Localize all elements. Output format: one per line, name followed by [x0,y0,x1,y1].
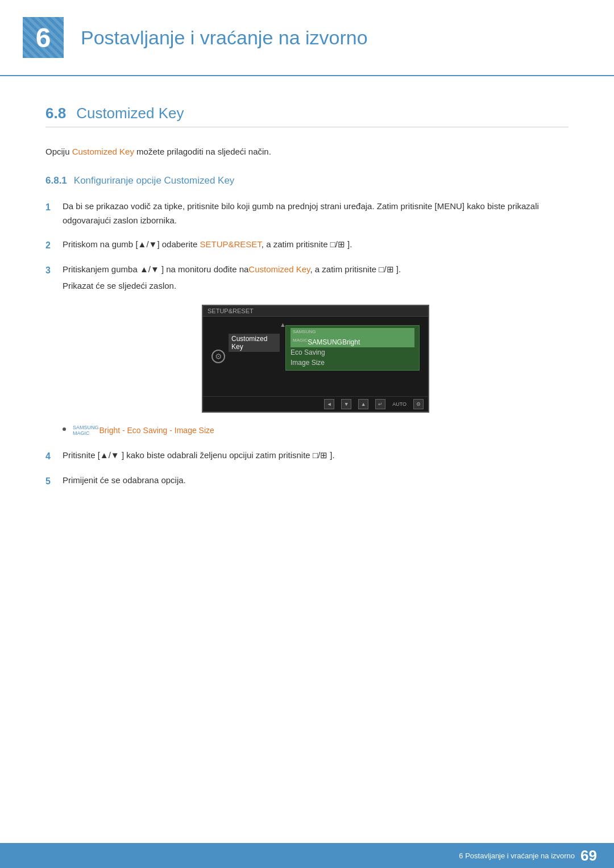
step-5-number: 5 [45,473,63,489]
menu-customized-key: Customized Key [229,334,280,352]
step-5: 5 Primijenit će se odabrana opcija. [45,473,569,489]
nav-btn-up: ▲ [358,399,368,409]
subsection-heading: 6.8.1 Konfiguriranje opcije Customized K… [45,175,569,186]
page-wrapper: 6 Postavljanje i vraćanje na izvorno 6.8… [0,0,614,868]
step-2-number: 2 [45,237,63,253]
chapter-title: Postavljanje i vraćanje na izvorno [81,27,368,49]
nav-btn-left: ◄ [324,399,334,409]
submenu-item-2: Image Size [291,358,414,368]
bullet-content: SAMSUNG MAGIC Bright - Eco Saving - Imag… [73,424,214,437]
chapter-number: 6 [36,22,51,53]
section-heading: 6.8 Customized Key [45,105,569,127]
step-3-subtext: Prikazat će se sljedeći zaslon. [63,279,569,293]
chapter-header: 6 Postavljanje i vraćanje na izvorno [0,0,614,76]
monitor-bottom-bar: ◄ ▼ ▲ ↵ AUTO ⚙ [203,396,428,412]
step-4: 4 Pritisnite [▲/▼ ] kako biste odabrali … [45,448,569,464]
submenu-item-1: Eco Saving [291,347,414,358]
gear-icon-container: ⚙ [211,350,225,363]
scroll-up-indicator: ▲ [280,321,286,328]
step-3: 3 Pritiskanjem gumba ▲/▼ ] na monitoru d… [45,262,569,293]
intro-text-before: Opciju [45,147,72,156]
nav-btn-auto: AUTO [392,401,406,407]
step-1: 1 Da bi se prikazao vodič za tipke, prit… [45,199,569,228]
section-number: 6.8 [45,105,66,122]
submenu-box: SAMSUNGMAGICSAMSUNGBright Eco Saving Ima… [285,325,420,371]
step-2-before: Pritiskom na gumb [▲/▼] odaberite [63,239,200,249]
samsung-label-bottom: MAGIC [73,431,99,437]
step-2-text: Pritiskom na gumb [▲/▼] odaberite SETUP&… [63,237,569,252]
nav-btn-enter: ↵ [375,399,385,409]
step-3-before: Pritiskanjem gumba ▲/▼ ] na monitoru dođ… [63,264,248,274]
page-footer: 6 Postavljanje i vraćanje na izvorno 69 [0,843,614,868]
step-3-highlight: Customized Key [248,264,310,274]
step-2: 2 Pritiskom na gumb [▲/▼] odaberite SETU… [45,237,569,253]
samsung-magic-label: SAMSUNG MAGIC [73,425,99,437]
steps-list-2: 4 Pritisnite [▲/▼ ] kako biste odabrali … [45,448,569,489]
steps-list: 1 Da bi se prikazao vodič za tipke, prit… [45,199,569,293]
intro-paragraph: Opciju Customized Key možete prilagoditi… [45,144,569,159]
content-area: 6.8 Customized Key Opciju Customized Key… [0,105,614,546]
bullet-text: Bright - Eco Saving - Image Size [99,426,214,435]
intro-highlight: Customized Key [72,147,134,156]
step-2-after: , a zatim pritisnite □/⊞ ]. [262,239,352,249]
step-1-text: Da bi se prikazao vodič za tipke, pritis… [63,199,569,228]
step-3-after: , a zatim pritisnite □/⊞ ]. [310,264,401,274]
bullet-dot [63,427,66,431]
chapter-number-box: 6 [23,17,64,58]
step-1-number: 1 [45,199,63,215]
footer-page-number: 69 [580,847,597,865]
step-3-number: 3 [45,262,63,278]
submenu-item-0: SAMSUNGMAGICSAMSUNGBright [291,328,414,347]
intro-text-after: možete prilagoditi na sljedeći način. [134,147,271,156]
monitor-container: SETUP&RESET ▲ Customized Key ⚙ [63,305,569,413]
monitor-content: ▲ Customized Key ⚙ SAMSUNGMAGIC [203,317,428,396]
bullet-list: SAMSUNG MAGIC Bright - Eco Saving - Imag… [63,424,569,437]
step-2-highlight: SETUP&RESET [200,239,261,249]
subsection-title: Konfiguriranje opcije Customized Key [74,175,235,186]
nav-btn-down: ▼ [341,399,351,409]
nav-btn-settings: ⚙ [413,399,424,409]
subsection-number: 6.8.1 [45,175,67,186]
monitor-right-submenu: SAMSUNGMAGICSAMSUNGBright Eco Saving Ima… [283,322,422,391]
bullet-item-1: SAMSUNG MAGIC Bright - Eco Saving - Imag… [63,424,569,437]
step-4-text: Pritisnite [▲/▼ ] kako biste odabrali že… [63,448,569,463]
step-3-text: Pritiskanjem gumba ▲/▼ ] na monitoru dođ… [63,262,569,293]
step-5-text: Primijenit će se odabrana opcija. [63,473,569,488]
step-4-number: 4 [45,448,63,464]
footer-chapter-label: 6 Postavljanje i vraćanje na izvorno [459,852,575,860]
monitor-titlebar: SETUP&RESET [203,306,428,317]
gear-icon: ⚙ [211,350,225,363]
monitor-screen: SETUP&RESET ▲ Customized Key ⚙ [202,305,429,413]
section-title: Customized Key [76,105,184,122]
